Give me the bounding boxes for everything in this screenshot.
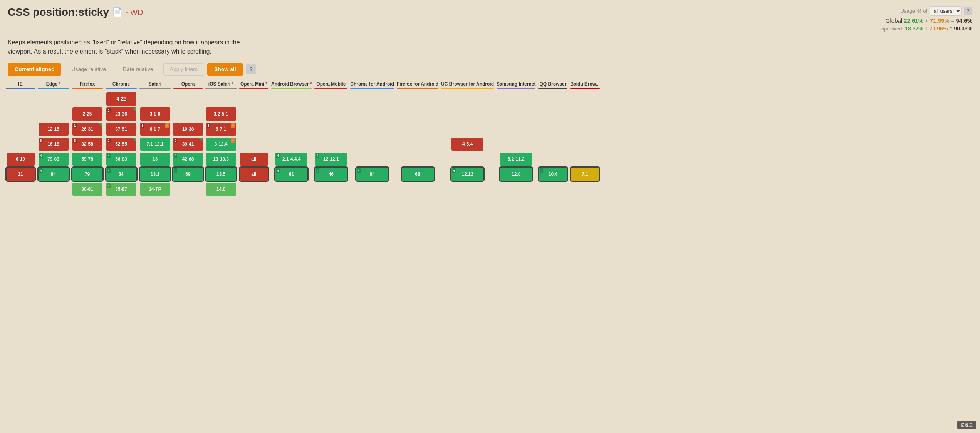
cell-chrome-23-36[interactable]: 2 23-36 bbox=[105, 107, 138, 121]
cell-opmob-empty3 bbox=[314, 122, 348, 136]
cell-android-2-4[interactable]: 4 2.1-4.4.4 bbox=[270, 152, 312, 166]
cell-baidu-empty3 bbox=[569, 122, 600, 136]
cell-edge-84[interactable]: 4 84 bbox=[37, 167, 70, 181]
col-header-baidu-label: Baidu Brow... bbox=[570, 81, 599, 87]
cell-uc-1212[interactable]: 4 12.12 bbox=[440, 167, 495, 181]
unprefixed-eq: = bbox=[949, 25, 952, 32]
filters-help-icon[interactable]: ? bbox=[246, 64, 256, 74]
cell-android-empty4 bbox=[270, 137, 312, 151]
cell-baidu-71[interactable]: 7.1 bbox=[569, 167, 600, 181]
stats-help-icon[interactable]: ? bbox=[964, 7, 972, 15]
col-header-chrome-label: Chrome bbox=[106, 81, 137, 87]
cell-safari-6-7[interactable]: 5 6.1-7 − bbox=[139, 122, 171, 136]
cell-android-81[interactable]: 4 81 bbox=[270, 167, 312, 181]
col-header-firefox-label: Firefox bbox=[72, 81, 103, 87]
cell-ios-135[interactable]: 13.5 bbox=[205, 167, 237, 181]
cell-opera-42-68[interactable]: 4 42-68 bbox=[173, 152, 203, 166]
global-label: Global bbox=[886, 17, 902, 24]
cell-firefox-empty bbox=[71, 92, 104, 106]
cell-mini-all[interactable]: all bbox=[238, 152, 269, 166]
cell-edge-empty2 bbox=[37, 107, 70, 121]
cell-uc-empty bbox=[440, 92, 495, 106]
global-green-pct: 22.61% bbox=[904, 17, 923, 24]
col-header-firefox-android: Firefox for Android bbox=[396, 80, 439, 91]
cell-mini-all2[interactable]: all bbox=[238, 167, 269, 181]
cell-chrome-4-22[interactable]: 4-22 bbox=[105, 92, 138, 106]
cell-firefox-32-58[interactable]: 3 32-58 bbox=[71, 137, 104, 151]
col-header-samsung-label: Samsung Internet bbox=[497, 81, 535, 87]
cell-opera-empty bbox=[173, 92, 203, 106]
cell-ie-empty3 bbox=[5, 122, 36, 136]
usage-relative-button[interactable]: Usage relative bbox=[64, 63, 113, 76]
cell-ie-empty4 bbox=[5, 137, 36, 151]
cell-opmob-46[interactable]: 4 46 bbox=[314, 167, 348, 181]
unprefixed-total: 90.33% bbox=[954, 25, 972, 32]
cell-safari-3-6[interactable]: 3.1-6 bbox=[139, 107, 171, 121]
cell-firefox-80-81[interactable]: 80-81 bbox=[71, 182, 104, 196]
cell-ios-3-5[interactable]: 3.2-5.1 bbox=[205, 107, 237, 121]
cell-ie-6-10[interactable]: 6-10 bbox=[5, 152, 36, 166]
cell-ffand-empty bbox=[396, 92, 439, 106]
cell-safari-14tp[interactable]: 14-TP bbox=[139, 182, 171, 196]
cell-firefox-2-25[interactable]: 2-25 bbox=[71, 107, 104, 121]
cell-uc-4-5[interactable]: 4-5.4 bbox=[440, 137, 495, 151]
cell-sam-empty4 bbox=[496, 137, 536, 151]
cell-firefox-59-78[interactable]: 59-78 bbox=[71, 152, 104, 166]
cell-firefox-26-31[interactable]: 1 26-31 bbox=[71, 122, 104, 136]
cell-ffand-empty3 bbox=[396, 122, 439, 136]
cell-chrome-52-55[interactable]: 2 52-55 bbox=[105, 137, 138, 151]
cell-opera-69[interactable]: 4 69 bbox=[173, 167, 203, 181]
cell-sam-120[interactable]: 12.0 bbox=[496, 167, 536, 181]
cell-chrand-empty-fut bbox=[349, 182, 395, 196]
cell-opera-39-41[interactable]: 2 39-41 bbox=[173, 137, 203, 151]
cell-safari-7-12[interactable]: 7.1-12.1 bbox=[139, 137, 171, 151]
cell-sam-empty2 bbox=[496, 107, 536, 121]
cell-edge-16-18[interactable]: 6 16-18 bbox=[37, 137, 70, 151]
cell-uc-empty5 bbox=[440, 152, 495, 166]
cell-chrome-85-87[interactable]: 4 85-87 bbox=[105, 182, 138, 196]
cell-qq-empty2 bbox=[537, 107, 568, 121]
cell-mini-empty bbox=[238, 92, 269, 106]
col-header-ie-label: IE bbox=[6, 81, 35, 87]
users-dropdown[interactable]: all users tracked bbox=[930, 6, 962, 16]
apply-filters-button[interactable]: Apply filters bbox=[163, 63, 204, 76]
cell-edge-12-15[interactable]: 12-15 bbox=[37, 122, 70, 136]
cell-chrand-84[interactable]: 4 84 bbox=[349, 167, 395, 181]
cell-opmob-12[interactable]: 4 12-12.1 bbox=[314, 152, 348, 166]
cell-opera-empty-fut bbox=[173, 182, 203, 196]
cell-firefox-79[interactable]: 79 bbox=[71, 167, 104, 181]
cell-ie-empty bbox=[5, 92, 36, 106]
title-text: CSS position:sticky bbox=[8, 6, 109, 18]
current-aligned-button[interactable]: Current aligned bbox=[8, 63, 61, 76]
cell-chrome-56-83[interactable]: 4 56-83 bbox=[105, 152, 138, 166]
cell-opmob-empty bbox=[314, 92, 348, 106]
cell-ios-13-133[interactable]: 13-13.3 bbox=[205, 152, 237, 166]
cell-ios-6-7[interactable]: 5 6-7.1 − bbox=[205, 122, 237, 136]
cell-chrome-84[interactable]: 4 84 bbox=[105, 167, 138, 181]
cell-qq-104[interactable]: 4 10.4 bbox=[537, 167, 568, 181]
cell-sam-6-11[interactable]: 6.2-11.2 bbox=[496, 152, 536, 166]
cell-qq-empty5 bbox=[537, 152, 568, 166]
cell-ffand-68[interactable]: 68 bbox=[396, 167, 439, 181]
cell-baidu-empty5 bbox=[569, 152, 600, 166]
cell-chrome-37-51[interactable]: 37-51 bbox=[105, 122, 138, 136]
cell-ie-11[interactable]: 11 bbox=[5, 167, 36, 181]
cell-android-empty2 bbox=[270, 107, 312, 121]
cell-mini-empty4 bbox=[238, 137, 269, 151]
col-header-qq-label: QQ Browser bbox=[538, 81, 567, 87]
col-header-opera: Opera bbox=[173, 80, 203, 91]
cell-ios-14[interactable]: 14.0 bbox=[205, 182, 237, 196]
cell-opmob-empty2 bbox=[314, 107, 348, 121]
cell-safari-131[interactable]: 13.1 bbox=[139, 167, 171, 181]
cell-safari-13[interactable]: 13 bbox=[139, 152, 171, 166]
unprefixed-orange: 71.96% bbox=[930, 25, 948, 32]
col-header-ie: IE bbox=[5, 80, 36, 91]
col-header-baidu: Baidu Brow... bbox=[569, 80, 600, 91]
col-header-edge: Edge * bbox=[37, 80, 70, 91]
show-all-button[interactable]: Show all bbox=[207, 63, 243, 76]
cell-ios-8-12[interactable]: 8-12.4 − bbox=[205, 137, 237, 151]
date-relative-button[interactable]: Date relative bbox=[116, 63, 160, 76]
cell-ffand-empty2 bbox=[396, 107, 439, 121]
cell-edge-79-83[interactable]: 4 79-83 bbox=[37, 152, 70, 166]
cell-opera-10-38[interactable]: 10-38 bbox=[173, 122, 203, 136]
